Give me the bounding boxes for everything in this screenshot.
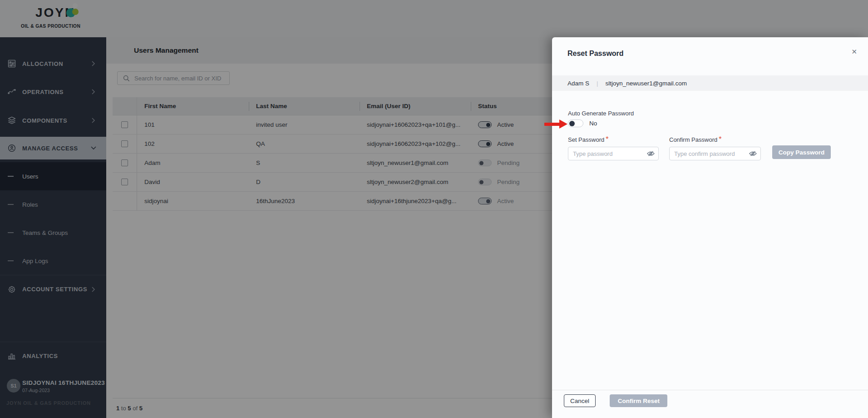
- confirm-reset-button[interactable]: Confirm Reset: [610, 394, 667, 407]
- cancel-button[interactable]: Cancel: [564, 394, 596, 407]
- selected-user-name: Adam S: [567, 80, 589, 87]
- set-password-field-group: Set Password*: [568, 135, 659, 160]
- drawer-title: Reset Password: [567, 50, 624, 58]
- confirm-password-input[interactable]: [669, 147, 761, 160]
- eye-off-icon[interactable]: [749, 151, 757, 157]
- arrow-shaft: [544, 123, 560, 126]
- confirm-password-field-group: Confirm Password*: [669, 135, 761, 160]
- toggle-knob: [569, 121, 575, 126]
- selected-user-email: sltjoyn_newuser1@gmail.com: [606, 80, 687, 87]
- confirm-password-label: Confirm Password: [669, 136, 717, 143]
- password-fields: Set Password* Confirm Password*: [568, 135, 831, 160]
- annotation-arrow: [544, 119, 568, 129]
- auto-generate-row: No: [568, 119, 597, 127]
- separator: |: [597, 80, 598, 87]
- app-root: JOYN OIL & GAS PRODUCTION ALLOCATION: [0, 0, 868, 418]
- required-asterisk: *: [719, 135, 721, 143]
- selected-user-banner: Adam S | sltjoyn_newuser1@gmail.com: [552, 75, 868, 91]
- required-asterisk: *: [606, 135, 608, 143]
- set-password-input[interactable]: [568, 147, 659, 160]
- auto-generate-label: Auto Generate Password: [568, 110, 634, 117]
- copy-password-button[interactable]: Copy Password: [772, 145, 831, 159]
- auto-generate-toggle[interactable]: [568, 119, 583, 127]
- eye-off-icon[interactable]: [647, 151, 655, 157]
- drawer-footer: Cancel Confirm Reset: [552, 390, 868, 418]
- close-icon[interactable]: ✕: [851, 48, 857, 55]
- reset-password-drawer: Reset Password ✕ Adam S | sltjoyn_newuse…: [552, 37, 868, 418]
- arrow-head: [559, 119, 567, 129]
- copy-password-wrap: Copy Password: [772, 135, 831, 160]
- auto-generate-value: No: [589, 120, 597, 127]
- set-password-label: Set Password: [568, 136, 604, 143]
